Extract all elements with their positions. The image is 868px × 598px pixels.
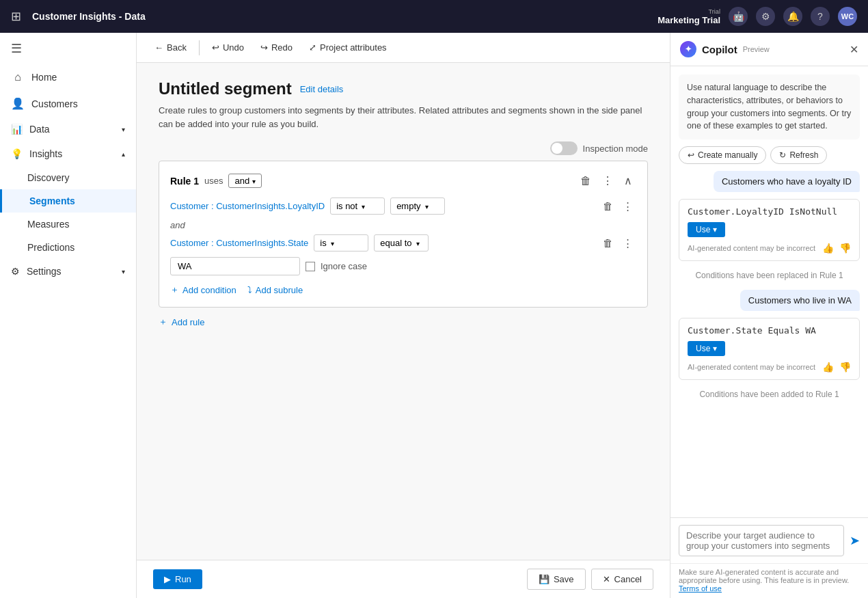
copilot-msg-1: Customers who have a loyalty ID <box>714 171 860 192</box>
condition-2-delete-button[interactable]: 🗑 <box>599 236 616 251</box>
condition-1-more-button[interactable]: ⋮ <box>619 199 636 214</box>
save-button[interactable]: 💾 Save <box>527 569 586 590</box>
rule-delete-button[interactable]: 🗑 <box>576 173 595 189</box>
sidebar-label-measures: Measures <box>27 219 69 230</box>
main-area: ← Back ↩ Undo ↪ Redo ⤢ Project attribute… <box>137 33 670 598</box>
back-label: Back <box>167 42 187 53</box>
settings-icon[interactable]: ⚙ <box>756 7 775 26</box>
sidebar-item-segments[interactable]: Segments <box>0 189 136 213</box>
cancel-icon: ✕ <box>603 574 610 584</box>
redo-button[interactable]: ↪ Redo <box>254 39 299 56</box>
condition-1-value[interactable]: empty <box>390 198 445 215</box>
sidebar-section-data[interactable]: 📊 Data <box>0 117 136 141</box>
run-label: Run <box>175 574 191 584</box>
sidebar-label-predictions: Predictions <box>27 242 74 253</box>
sidebar-label-data: Data <box>29 124 50 135</box>
run-button[interactable]: ▶ Run <box>153 569 202 589</box>
sidebar-label-customers: Customers <box>31 98 78 109</box>
ignore-case-checkbox[interactable] <box>306 262 315 271</box>
add-rule-button[interactable]: ＋ Add rule <box>159 316 648 328</box>
save-label: Save <box>554 574 574 584</box>
and-separator: and <box>170 220 636 230</box>
settings-chevron-icon <box>122 267 125 275</box>
cancel-button[interactable]: ✕ Cancel <box>591 569 653 590</box>
copilot-description: Use natural language to describe the cha… <box>679 74 860 139</box>
terms-of-use-link[interactable]: Terms of use <box>679 584 722 593</box>
add-rule-label: Add rule <box>172 317 204 327</box>
project-attributes-button[interactable]: ⤢ Project attributes <box>302 39 394 56</box>
condition-1-delete-button[interactable]: 🗑 <box>599 199 616 214</box>
condition-2-value[interactable]: equal to <box>374 234 429 252</box>
insights-chevron-icon <box>122 150 125 158</box>
user-avatar[interactable]: WC <box>838 7 857 26</box>
notifications-icon[interactable]: 🔔 <box>783 7 802 26</box>
thumbs-up-button-2[interactable]: 👍 <box>822 362 834 372</box>
app-title: Customer Insights - Data <box>32 11 649 22</box>
condition-2-operator[interactable]: is <box>314 234 368 252</box>
hamburger-icon[interactable]: ☰ <box>0 33 136 64</box>
copilot-msg-2-text: Customers who live in WA <box>748 295 852 305</box>
rule-operator-dropdown[interactable]: and <box>228 174 262 188</box>
content-area: Untitled segment Edit details Create rul… <box>137 63 670 560</box>
copilot-use-button-1[interactable]: Use ▾ <box>688 222 725 237</box>
condition-2-more-button[interactable]: ⋮ <box>619 236 636 251</box>
rule-more-button[interactable]: ⋮ <box>598 172 617 189</box>
condition-1-operator[interactable]: is not <box>330 198 385 215</box>
apps-icon[interactable]: ⊞ <box>11 9 21 24</box>
copilot-use-label-2: Use <box>696 344 710 353</box>
add-condition-row: ＋ Add condition ⤵ Add subrule <box>170 284 636 296</box>
copilot-response-1: Customer.LoyaltyID IsNotNull Use ▾ AI-ge… <box>679 199 860 261</box>
settings-sidebar-icon: ⚙ <box>11 266 20 277</box>
sidebar-label-settings: Settings <box>27 266 62 277</box>
insights-icon: 💡 <box>11 148 23 159</box>
refresh-button[interactable]: ↻ Refresh <box>770 146 827 164</box>
sidebar-item-predictions[interactable]: Predictions <box>0 236 136 259</box>
sidebar-item-discovery[interactable]: Discovery <box>0 166 136 189</box>
refresh-icon: ↻ <box>779 150 786 160</box>
toggle-knob <box>552 143 562 154</box>
help-icon[interactable]: ? <box>811 7 830 26</box>
save-icon: 💾 <box>539 574 550 584</box>
copilot-send-button[interactable]: ➤ <box>850 533 860 548</box>
copilot-body: Use natural language to describe the cha… <box>670 66 868 517</box>
sidebar-section-insights[interactable]: 💡 Insights <box>0 141 136 166</box>
help-bot-icon[interactable]: 🤖 <box>729 7 748 26</box>
sidebar-item-home[interactable]: ⌂ Home <box>0 64 136 90</box>
sidebar-item-measures[interactable]: Measures <box>0 213 136 236</box>
edit-details-link[interactable]: Edit details <box>300 84 344 94</box>
cancel-label: Cancel <box>614 574 642 584</box>
add-subrule-button[interactable]: ⤵ Add subrule <box>247 285 303 295</box>
trial-info: Trial Marketing Trial <box>657 8 720 25</box>
state-value-input[interactable] <box>170 257 300 275</box>
rule-collapse-button[interactable]: ∧ <box>620 172 636 189</box>
thumbs-down-button-1[interactable]: 👎 <box>839 243 851 254</box>
copilot-response-2-code: Customer.State Equals WA <box>688 325 851 336</box>
copilot-input[interactable] <box>679 525 844 556</box>
back-button[interactable]: ← Back <box>148 39 193 56</box>
thumbs-down-button-2[interactable]: 👎 <box>839 362 851 372</box>
copilot-input-area: ➤ <box>670 517 868 563</box>
toolbar-separator <box>199 40 200 55</box>
rule-actions: 🗑 ⋮ ∧ <box>576 172 636 189</box>
project-attributes-icon: ⤢ <box>309 42 316 53</box>
ignore-case-label: Ignore case <box>321 261 367 271</box>
create-manually-button[interactable]: ↩ Create manually <box>679 146 766 164</box>
inspection-label: Inspection mode <box>583 144 648 154</box>
undo-button[interactable]: ↩ Undo <box>205 39 251 56</box>
rule-header: Rule 1 uses and 🗑 ⋮ ∧ <box>170 172 636 189</box>
condition-2-field: Customer : CustomerInsights.State <box>170 238 308 248</box>
rule-operator-value: and <box>234 176 249 186</box>
copilot-use-button-2[interactable]: Use ▾ <box>688 341 725 356</box>
thumbs-up-button-1[interactable]: 👍 <box>822 243 834 254</box>
sidebar-item-customers[interactable]: 👤 Customers <box>0 90 136 117</box>
condition-1-actions: 🗑 ⋮ <box>599 199 636 214</box>
sidebar-section-settings[interactable]: ⚙ Settings <box>0 259 136 284</box>
run-icon: ▶ <box>164 574 171 584</box>
add-condition-button[interactable]: ＋ Add condition <box>170 284 236 296</box>
inspection-toggle[interactable] <box>550 141 578 155</box>
copilot-feedback-text-1: AI-generated content may be incorrect <box>688 244 817 252</box>
copilot-feedback-text-2: AI-generated content may be incorrect <box>688 363 817 371</box>
customers-icon: 👤 <box>11 97 25 110</box>
copilot-close-button[interactable]: ✕ <box>850 43 858 56</box>
create-manually-label: Create manually <box>698 150 757 160</box>
